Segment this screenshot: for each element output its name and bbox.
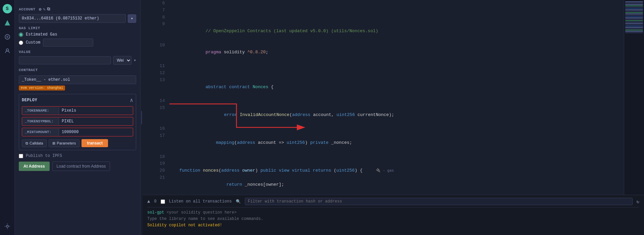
left-panel: ACCOUNT ⊕ ✎ ⧉ 0x834...64816 (0.08715132 … [15,0,141,235]
parameters-icon: ⊞ [52,141,55,145]
estimated-gas-label: Estimated Gas [26,32,57,37]
tokenname-input[interactable] [59,107,133,115]
svg-point-1 [6,36,8,38]
minimap-line [625,9,643,10]
minimap-line [625,4,643,5]
icon-bar: S [0,0,15,235]
deploy-collapse-btn[interactable]: ∧ [130,97,133,104]
listen-transactions-checkbox[interactable] [161,199,165,204]
parameters-button[interactable]: ⊞ Parameters [49,139,79,147]
code-editor[interactable]: 6 7 8 9 // OpenZeppelin Contract [143,0,624,195]
refresh-icon[interactable]: ↻ [637,199,639,204]
at-address-row: At Address Load contract from Address [19,162,136,171]
code-line-row: 10 pragma solidity ^0.8.20; [143,42,624,63]
unit-arrow[interactable]: ▾ [133,58,136,63]
tokensymbol-input[interactable] [59,117,133,125]
minimap-line [625,28,643,29]
estimated-gas-row: Estimated Gas [19,32,136,37]
gas-limit-label: GAS LIMIT [19,26,136,30]
minimap-line [625,15,643,16]
console-area: ▲ 0 Listen on all transactions 🔍 ↻ sol-g… [143,195,644,235]
contract-section: CONTRACT _Token__ - ether.sol evm versio… [19,68,136,91]
estimated-gas-radio[interactable] [19,33,23,37]
code-line-row: 14 [143,98,624,105]
copy-account-icon[interactable]: ⧉ [47,7,50,12]
custom-gas-input[interactable]: 3000000 [43,39,93,47]
minimap-line [625,24,643,25]
gas-limit-section: GAS LIMIT Estimated Gas Custom 3000000 [19,26,136,47]
edit-account-icon[interactable]: ✎ [43,7,46,12]
code-line-row: 20 function nonces(address owner) public… [143,167,624,174]
minimap-line [625,3,643,4]
minimap-line [625,27,643,28]
calldata-button[interactable]: ⧉ Calldata [22,139,47,147]
publish-ipfs-label: Publish to IPFS [26,154,62,158]
code-line-row: 6 [143,0,624,7]
settings-icon[interactable] [1,220,13,232]
code-line-row: 13 abstract contract Nonces { [143,77,624,98]
code-line-row: 21 return _nonces[owner]; [143,174,624,195]
contract-label: CONTRACT [19,68,136,72]
gas-hint-1: 🔌 - gas [376,168,394,174]
plugin-icon[interactable] [1,31,13,43]
add-account-icon[interactable]: ⊕ [39,7,42,12]
publish-ipfs-checkbox[interactable] [19,154,23,158]
editor-container: 6 7 8 9 // OpenZeppelin Contract [143,0,644,235]
deploy-header: DEPLOY ∧ [22,97,133,104]
console-search-input[interactable] [245,198,633,205]
account-section-label: ACCOUNT ⊕ ✎ ⧉ [19,7,136,12]
listen-transactions-label: Listen on all transactions [169,199,232,204]
contract-select[interactable]: _Token__ - ether.sol [19,75,136,84]
code-table: 6 7 8 9 // OpenZeppelin Contract [143,0,624,195]
console-collapse-icon[interactable]: ▲ [147,199,150,204]
code-line-row: 18 [143,154,624,161]
value-section: VALUE 0 Wei ▾ [19,50,136,65]
unit-select[interactable]: Wei [113,56,131,65]
code-line-row: 8 [143,14,624,21]
publish-ipfs-row: Publish to IPFS [19,154,136,158]
tokenname-label: _TOKENNAME: [22,107,59,114]
custom-gas-label: Custom [26,40,40,45]
value-input[interactable]: 0 [19,56,111,64]
evm-badge: evm version: shanghai [19,85,65,91]
account-select[interactable]: 0x834...64816 (0.08715132 ether) [19,14,126,23]
minimap-line [625,13,643,14]
deploy-title: DEPLOY [22,98,37,103]
minimap-line [625,25,643,26]
console-copilot-line: Solidity copilot not activated! [147,222,639,229]
account-dropdown-arrow[interactable]: ▾ [128,14,136,23]
code-line-row: 7 [143,7,624,14]
minimap-line [625,12,643,13]
minimap-line [625,7,643,8]
editor-wrapper: 6 7 8 9 // OpenZeppelin Contract [143,0,644,195]
mintamount-input[interactable] [59,128,133,136]
deploy-field-tokensymbol: _TOKENSYMBOL: [22,117,133,126]
console-prompt-text: <your solidity question here> [167,210,237,215]
minimap-line [625,19,643,20]
code-line-row: 15 error InvalidAccountNonce(address acc… [143,105,624,125]
calldata-icon: ⧉ [25,141,28,145]
minimap-line [625,21,643,22]
transaction-count: 0 [154,199,156,204]
minimap-line [625,23,643,24]
minimap-line [625,11,643,12]
user-icon[interactable] [1,45,13,57]
value-row: 0 Wei ▾ [19,56,136,65]
minimap-line [625,1,643,2]
minimap-line [625,16,643,17]
console-prompt-line: sol-gpt <your solidity question here> [147,210,639,216]
load-contract-button[interactable]: Load contract from Address [52,162,110,171]
console-toolbar: ▲ 0 Listen on all transactions 🔍 ↻ [147,198,639,208]
code-line-row: 16 [143,125,624,132]
logo-icon[interactable]: S [1,3,13,15]
custom-gas-radio[interactable] [19,41,23,45]
transact-button[interactable]: transact [82,139,108,147]
at-address-button[interactable]: At Address [19,162,50,171]
minimap-line [625,17,643,18]
search-icon[interactable]: 🔍 [236,199,241,204]
minimap-lines [624,0,644,195]
console-library-line: Type the library name to see available c… [147,216,639,222]
minimap [624,0,644,195]
minimap-line [625,31,643,32]
deploy-icon[interactable] [1,17,13,29]
